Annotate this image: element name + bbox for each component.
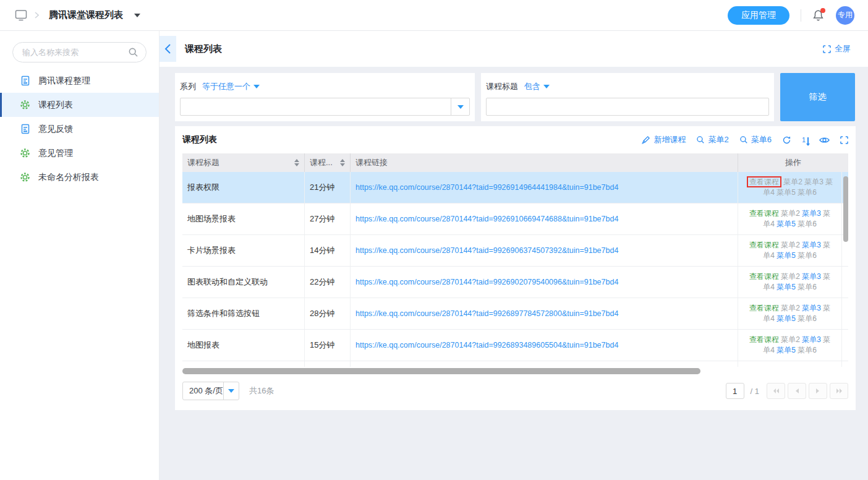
course-title-input[interactable] — [486, 98, 769, 116]
view-course-link[interactable]: 查看课程 — [749, 272, 779, 281]
refresh-icon[interactable] — [782, 135, 791, 145]
filter-button[interactable]: 筛选 — [780, 73, 855, 121]
sidebar-item[interactable]: 课程列表 — [0, 93, 159, 117]
desktop-icon[interactable] — [15, 9, 27, 21]
column-header-actions: 操作 — [738, 153, 848, 172]
menu6-link[interactable]: 菜单6 — [798, 220, 817, 228]
course-link[interactable]: https://ke.qq.com/course/2870144?taid=99… — [355, 246, 618, 255]
course-link[interactable]: https://ke.qq.com/course/2870144?taid=99… — [355, 309, 618, 318]
menu6-button[interactable]: 菜单6 — [739, 134, 772, 145]
menu2-button[interactable]: 菜单2 — [696, 134, 728, 145]
menu2-link[interactable]: 菜单2 — [781, 335, 800, 344]
visibility-icon[interactable] — [819, 136, 830, 144]
avatar[interactable]: 专用 — [836, 6, 854, 25]
course-duration-cell: 15分钟 — [305, 330, 351, 361]
sidebar-item[interactable]: 意见反馈 — [0, 117, 159, 141]
sidebar-search — [12, 42, 147, 62]
pagination-controls: / 1 — [726, 383, 848, 399]
view-course-link[interactable]: 查看课程 — [749, 335, 779, 344]
view-course-link[interactable]: 查看课程 — [747, 176, 781, 187]
menu2-link[interactable]: 菜单2 — [781, 272, 800, 281]
menu6-link[interactable]: 菜单6 — [798, 283, 817, 291]
menu2-link[interactable]: 菜单2 — [781, 209, 800, 218]
column-header-course-title[interactable]: 课程标题 — [182, 153, 305, 172]
table-row[interactable]: 报表权限 21分钟 https://ke.qq.com/course/28701… — [182, 172, 848, 204]
sort-arrows-icon[interactable] — [294, 159, 299, 166]
table-row[interactable]: 图表联动和自定义联动 22分钟 https://ke.qq.com/course… — [182, 267, 848, 298]
menu2-link[interactable]: 菜单2 — [783, 178, 802, 186]
course-duration-cell: 14分钟 — [305, 235, 351, 266]
menu3-link[interactable]: 菜单3 — [804, 178, 823, 186]
menu5-link[interactable]: 菜单5 — [777, 188, 796, 197]
page-size-select[interactable]: 200 条/页 — [182, 382, 239, 400]
pagination-bar: 200 条/页 共16条 / 1 — [182, 374, 848, 405]
course-link[interactable]: https://ke.qq.com/course/2870144?taid=99… — [355, 341, 618, 349]
prev-page-button[interactable] — [788, 383, 806, 399]
table-row[interactable]: 地图场景报表 27分钟 https://ke.qq.com/course/287… — [182, 204, 848, 235]
app-manage-button[interactable]: 应用管理 — [728, 6, 789, 25]
menu2-link[interactable]: 菜单2 — [781, 241, 800, 249]
back-button[interactable] — [160, 36, 176, 62]
fullscreen-icon — [823, 45, 831, 53]
course-link[interactable]: https://ke.qq.com/course/2870144?taid=99… — [355, 278, 618, 286]
menu3-link[interactable]: 菜单3 — [802, 335, 821, 344]
breadcrumb-title[interactable]: 腾讯课堂课程列表 — [49, 9, 123, 21]
title-operator-dropdown[interactable]: 包含 — [524, 81, 550, 92]
sidebar-item[interactable]: 未命名分析报表 — [0, 165, 159, 189]
table-row[interactable]: 卡片场景报表 14分钟 https://ke.qq.com/course/287… — [182, 235, 848, 267]
menu3-link[interactable]: 菜单3 — [802, 304, 821, 312]
menu5-link[interactable]: 菜单5 — [777, 251, 796, 260]
series-operator-dropdown[interactable]: 等于任意一个 — [202, 81, 260, 92]
course-link[interactable]: https://ke.qq.com/course/2870144?taid=99… — [355, 215, 618, 223]
menu6-link[interactable]: 菜单6 — [798, 188, 817, 197]
next-page-button[interactable] — [809, 383, 827, 399]
total-pages-label: / 1 — [751, 387, 759, 396]
last-page-button[interactable] — [830, 383, 848, 399]
page-fullscreen-button[interactable]: 全屏 — [823, 43, 851, 54]
view-course-link[interactable]: 查看课程 — [749, 241, 779, 249]
current-page-input[interactable] — [726, 383, 744, 399]
table-row[interactable]: 地图报表 15分钟 https://ke.qq.com/course/28701… — [182, 330, 848, 361]
worksheet-icon — [20, 100, 30, 110]
menu2-link[interactable]: 菜单2 — [781, 304, 800, 312]
select-caret-cell[interactable] — [223, 382, 239, 400]
menu3-link[interactable]: 菜单3 — [802, 272, 821, 281]
menu3-link[interactable]: 菜单3 — [802, 241, 821, 249]
course-link-cell: https://ke.qq.com/course/2870144?taid=99… — [351, 298, 738, 329]
menu6-link[interactable]: 菜单6 — [798, 251, 817, 260]
first-page-button[interactable] — [767, 383, 785, 399]
sort-arrows-icon[interactable] — [340, 159, 345, 166]
course-link[interactable]: https://ke.qq.com/course/2870144?taid=99… — [355, 183, 618, 192]
main-area: 课程列表 全屏 系列 等于任意一个 — [160, 31, 868, 480]
menu6-link[interactable]: 菜单6 — [798, 314, 817, 323]
horizontal-scrollbar[interactable] — [182, 368, 700, 374]
add-course-button[interactable]: 新增课程 — [641, 134, 686, 145]
menu6-link[interactable]: 菜单6 — [798, 346, 817, 354]
vertical-scrollbar[interactable] — [843, 176, 848, 242]
table-fullscreen-icon[interactable] — [840, 136, 848, 144]
worksheet-icon — [20, 172, 30, 182]
sidebar: 腾讯课程整理 课程列表 — [0, 31, 160, 480]
row-actions-cell: 查看课程 菜单2 菜单3 菜单4 菜单5 菜单6 — [738, 235, 842, 266]
view-course-link[interactable]: 查看课程 — [749, 304, 779, 312]
column-header-course-duration[interactable]: 课程... — [305, 153, 351, 172]
series-select[interactable] — [180, 98, 470, 116]
select-caret-cell[interactable] — [451, 98, 469, 115]
worksheet-icon — [20, 148, 30, 158]
sidebar-item[interactable]: 意见管理 — [0, 141, 159, 165]
course-duration-cell: 21分钟 — [305, 172, 351, 203]
search-input[interactable] — [12, 42, 147, 62]
notification-bell-icon[interactable] — [812, 9, 825, 22]
course-duration-cell: 27分钟 — [305, 204, 351, 234]
chevron-down-icon[interactable] — [134, 14, 140, 17]
menu5-link[interactable]: 菜单5 — [777, 220, 796, 228]
row-actions-cell: 查看课程 菜单2 菜单3 菜单4 菜单5 菜单6 — [738, 298, 842, 329]
sidebar-item[interactable]: 腾讯课程整理 — [0, 69, 159, 93]
table-row[interactable]: 筛选条件和筛选按钮 28分钟 https://ke.qq.com/course/… — [182, 298, 848, 330]
menu5-link[interactable]: 菜单5 — [777, 346, 796, 354]
view-course-link[interactable]: 查看课程 — [749, 209, 779, 218]
sort-icon[interactable]: 1 — [802, 137, 809, 144]
menu5-link[interactable]: 菜单5 — [777, 283, 796, 291]
menu3-link[interactable]: 菜单3 — [802, 209, 821, 218]
menu5-link[interactable]: 菜单5 — [777, 314, 796, 323]
